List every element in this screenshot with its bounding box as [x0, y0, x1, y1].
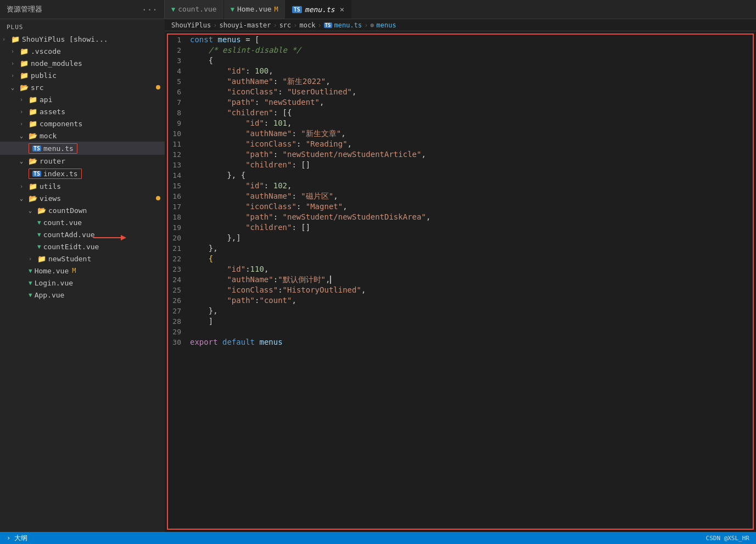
code-line-4: 4 "id": 100,	[168, 66, 753, 76]
sidebar-item-menu-ts[interactable]: TS menu.ts	[0, 142, 165, 155]
line-content: "path": "newStudent",	[190, 97, 324, 108]
sidebar-item-login-vue[interactable]: ▼ Login.vue	[0, 277, 165, 289]
code-line-15: 15 "id": 102,	[168, 181, 753, 191]
sidebar-item-router[interactable]: ⌄ 📂 router	[0, 155, 165, 167]
more-dots[interactable]: ···	[142, 4, 158, 15]
sidebar-item-node-modules[interactable]: › 📁 node_modules	[0, 57, 165, 69]
item-label: App.vue	[35, 291, 65, 299]
line-number: 25	[168, 285, 190, 295]
item-label: public	[31, 71, 57, 80]
sidebar-item-utils[interactable]: › 📁 utils	[0, 180, 165, 192]
code-line-14: 14 }, {	[168, 170, 753, 181]
item-label: countAdd.vue	[43, 231, 95, 239]
vue-icon: ▼	[231, 5, 234, 13]
main-layout: PLUS › 📁 ShouYiPlus [showi... › 📁 .vscod…	[0, 19, 756, 532]
tab-menu-ts[interactable]: TS menu.ts ×	[285, 0, 351, 19]
code-line-12: 12 "path": "newStudent/newStudentArticle…	[168, 149, 753, 160]
code-line-19: 19 "children": []	[168, 222, 753, 233]
breadcrumb-part-3[interactable]: src	[279, 21, 292, 29]
sidebar-item-count-vue[interactable]: ▼ count.vue	[0, 216, 165, 228]
breadcrumb-symbol-icon: ⊛	[370, 21, 374, 29]
item-label: src	[31, 83, 43, 92]
sidebar: PLUS › 📁 ShouYiPlus [showi... › 📁 .vscod…	[0, 19, 165, 532]
line-content: "iconClass": "Magnet",	[190, 201, 348, 212]
arrow-head	[121, 235, 126, 240]
chevron-down-icon: ⌄	[29, 207, 37, 214]
folder-icon: 📂	[29, 132, 37, 140]
item-label: components	[40, 120, 82, 128]
line-number: 7	[168, 97, 190, 108]
sidebar-item-countadd-vue[interactable]: ▼ countAdd.vue	[0, 228, 165, 240]
sidebar-item-index-ts[interactable]: TS index.ts	[0, 167, 165, 180]
line-number: 6	[168, 87, 190, 97]
code-line-22: 22 {	[168, 254, 753, 264]
sidebar-item-home-vue[interactable]: ▼ Home.vue M	[0, 265, 165, 277]
line-content: "path": "newStudent/newStudentDiskArea",	[190, 212, 430, 222]
breadcrumb-part-2[interactable]: shouyi-master	[219, 21, 271, 29]
breadcrumb-part-5[interactable]: menu.ts	[334, 21, 362, 29]
sidebar-item-vscode[interactable]: › 📁 .vscode	[0, 45, 165, 57]
line-number: 24	[168, 274, 190, 285]
sidebar-item-newstudent[interactable]: › 📁 newStudent	[0, 253, 165, 265]
sidebar-item-root[interactable]: › 📁 ShouYiPlus [showi...	[0, 33, 165, 45]
code-line-25: 25 "iconClass":"HistoryOutlined",	[168, 285, 753, 295]
arrow-line	[93, 237, 121, 238]
chevron-right-icon: ›	[2, 36, 11, 42]
code-line-28: 28 ]	[168, 316, 753, 327]
line-number: 10	[168, 128, 190, 139]
vue-icon: ▼	[171, 5, 175, 13]
line-number: 27	[168, 306, 190, 316]
line-content: },	[190, 243, 218, 254]
line-number: 23	[168, 264, 190, 274]
line-content: export default menus	[190, 337, 283, 347]
line-number: 8	[168, 108, 190, 118]
line-content: {	[190, 254, 213, 264]
line-number: 29	[168, 327, 190, 337]
index-ts-box: TS index.ts	[29, 169, 82, 179]
chevron-down-icon: ⌄	[20, 133, 29, 139]
code-line-29: 29	[168, 327, 753, 337]
folder-icon: 📁	[29, 182, 37, 190]
line-content: "children": []	[190, 222, 310, 233]
code-line-5: 5 "authName": "新生2022",	[168, 76, 753, 87]
code-editor[interactable]: 1 const menus = [ 2 /* eslint-disable */…	[167, 33, 754, 530]
line-number: 2	[168, 45, 190, 55]
breadcrumb-part-1[interactable]: ShouYiPlus	[171, 21, 211, 29]
line-number: 22	[168, 254, 190, 264]
tab-home-vue[interactable]: ▼ Home.vue M	[224, 0, 285, 19]
item-label: Home.vue	[35, 267, 69, 275]
modified-dot	[156, 85, 160, 89]
sidebar-item-public[interactable]: › 📁 public	[0, 69, 165, 81]
sidebar-item-views[interactable]: ⌄ 📂 views	[0, 192, 165, 204]
sidebar-item-src[interactable]: ⌄ 📂 src	[0, 81, 165, 93]
sidebar-item-api[interactable]: › 📁 api	[0, 93, 165, 105]
code-line-21: 21 },	[168, 243, 753, 254]
folder-icon: 📁	[37, 255, 46, 263]
folder-icon: 📁	[29, 96, 37, 104]
line-content: },	[190, 306, 218, 316]
sidebar-item-app-vue[interactable]: ▼ App.vue	[0, 289, 165, 301]
sidebar-item-components[interactable]: › 📁 components	[0, 117, 165, 130]
line-number: 12	[168, 149, 190, 160]
line-content: "iconClass": "Reading",	[190, 139, 352, 149]
tab-close-btn[interactable]: ×	[340, 5, 344, 14]
item-label: countEidt.vue	[43, 243, 99, 251]
outline-label[interactable]: › 大纲	[7, 534, 27, 543]
line-number: 15	[168, 181, 190, 191]
folder-icon: 📂	[20, 83, 29, 92]
line-number: 11	[168, 139, 190, 149]
breadcrumb-part-6[interactable]: menus	[377, 21, 396, 29]
line-number: 18	[168, 212, 190, 222]
vue-file-icon: ▼	[37, 219, 41, 226]
breadcrumb-sep: ›	[213, 21, 217, 29]
code-line-2: 2 /* eslint-disable */	[168, 45, 753, 55]
line-content: "path": "newStudent/newStudentArticle",	[190, 149, 426, 160]
breadcrumb-part-4[interactable]: mock	[300, 21, 316, 29]
sidebar-item-mock[interactable]: ⌄ 📂 mock	[0, 130, 165, 142]
sidebar-item-counteidt-vue[interactable]: ▼ countEidt.vue	[0, 240, 165, 253]
line-content: ]	[190, 316, 213, 327]
tab-count-vue[interactable]: ▼ count.vue	[165, 0, 224, 19]
line-number: 13	[168, 160, 190, 170]
sidebar-item-countdown[interactable]: ⌄ 📂 countDown	[0, 204, 165, 216]
sidebar-item-assets[interactable]: › 📁 assets	[0, 105, 165, 117]
